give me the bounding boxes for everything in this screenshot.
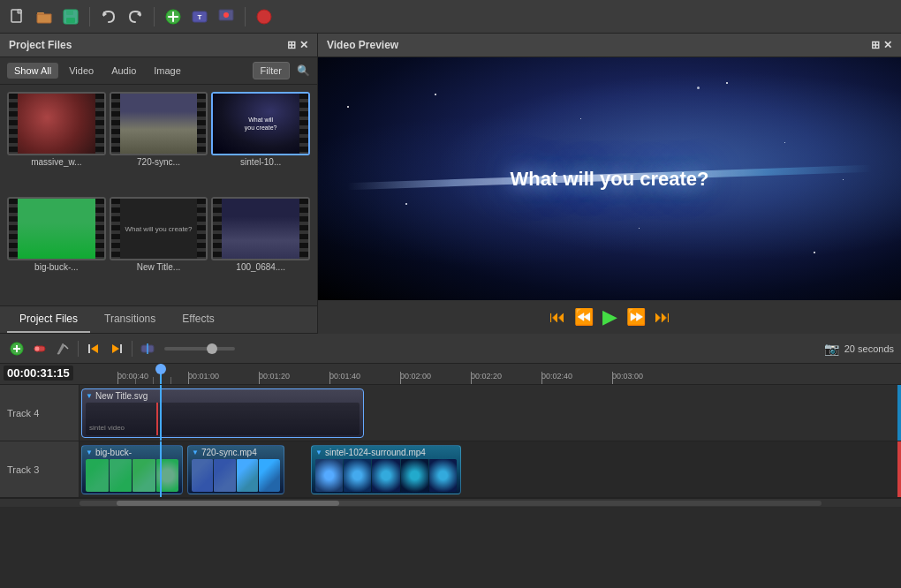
top-toolbar: T xyxy=(0,0,901,34)
tab-video[interactable]: Video xyxy=(62,63,101,79)
track-content[interactable]: ▼ New Title.svg sintel video xyxy=(80,385,901,441)
svg-marker-22 xyxy=(57,343,64,354)
ruler-tick xyxy=(153,377,154,384)
center-playhead-button[interactable] xyxy=(138,339,157,358)
clip-thumb-strip xyxy=(315,459,457,492)
scroll-thumb[interactable] xyxy=(117,501,339,506)
tab-project-files[interactable]: Project Files xyxy=(7,306,90,333)
preview-close-button[interactable]: ✕ xyxy=(883,39,892,51)
clip-preview xyxy=(86,459,178,492)
track-label: Track 4 xyxy=(0,385,80,441)
clip-thumb xyxy=(192,459,213,492)
list-item[interactable]: What willyou create? sintel-10... xyxy=(211,92,310,193)
preview-panel-controls: ⊞ ✕ xyxy=(871,39,892,51)
clip-thumb xyxy=(344,459,371,492)
redo-button[interactable] xyxy=(125,6,146,27)
time-display: 📷 20 seconds xyxy=(824,342,894,356)
timeline-toolbar: 📷 20 seconds xyxy=(0,334,901,364)
video-preview-area[interactable]: What will you create? xyxy=(318,57,901,300)
clip-label: sintel-1024-surround.mp4 xyxy=(325,448,426,457)
track-label: Track 3 xyxy=(0,441,80,497)
list-item[interactable]: 100_0684.... xyxy=(211,197,310,298)
video-preview-text: What will you create? xyxy=(511,168,709,191)
zoom-thumb[interactable] xyxy=(207,343,217,354)
add-clip-button[interactable] xyxy=(7,339,26,358)
list-item[interactable]: big-buck-... xyxy=(7,197,106,298)
tab-show-all[interactable]: Show All xyxy=(7,63,58,79)
play-button[interactable]: ▶ xyxy=(602,305,617,328)
undo-button[interactable] xyxy=(98,6,119,27)
clip[interactable]: ▼ big-buck- xyxy=(81,445,183,494)
open-button[interactable] xyxy=(34,6,55,27)
ruler-label: 00:02:00 xyxy=(400,372,431,381)
ruler-label: 00:01:20 xyxy=(259,372,290,381)
filter-icon[interactable]: 🔍 xyxy=(297,64,310,77)
title-button[interactable]: T xyxy=(189,6,210,27)
video-preview-panel: Video Preview ⊞ ✕ What will you create? xyxy=(318,34,901,334)
clip-label: New Title.svg xyxy=(95,391,148,401)
track-content[interactable]: ▼ big-buck- xyxy=(80,441,901,497)
svg-marker-25 xyxy=(91,344,98,353)
panel-maximize-button[interactable]: ⊞ xyxy=(287,39,296,51)
camera-icon: 📷 xyxy=(824,342,839,356)
clip-thumb xyxy=(214,459,235,492)
ruler-tick xyxy=(471,372,472,384)
ruler-tick xyxy=(541,372,542,384)
toolbar-separator-3 xyxy=(245,7,246,26)
export-button[interactable] xyxy=(216,6,237,27)
clip-indicator: ▼ xyxy=(86,449,93,456)
fast-forward-button[interactable]: ⏩ xyxy=(626,307,646,327)
playhead-head xyxy=(155,364,166,374)
save-button[interactable] xyxy=(60,6,81,27)
clip-preview xyxy=(192,459,280,492)
list-item[interactable]: 720-sync... xyxy=(110,92,208,193)
clip-thumb xyxy=(110,459,132,492)
clip-thumb xyxy=(86,459,109,492)
horizontal-scrollbar[interactable] xyxy=(0,498,901,507)
timeline-separator-1 xyxy=(78,341,79,357)
timeline-ruler: 00:00:31:15 00:00:40 00:01:00 00:01:20 0… xyxy=(0,364,901,385)
list-item[interactable]: What will you create? New Title... xyxy=(110,197,208,298)
clip[interactable]: ▼ New Title.svg sintel video xyxy=(81,388,364,438)
jump-end-button[interactable] xyxy=(107,339,126,358)
timecode-display: 00:00:31:15 xyxy=(4,366,73,381)
scroll-track[interactable] xyxy=(80,501,822,506)
ruler-label: 00:03:00 xyxy=(612,372,643,381)
project-files-title: Project Files xyxy=(9,39,72,51)
enable-snapping-button[interactable] xyxy=(30,339,49,358)
video-preview-title: Video Preview xyxy=(327,39,398,51)
zoom-slider[interactable] xyxy=(164,347,235,351)
thumb-label: New Title... xyxy=(110,260,208,274)
new-button[interactable] xyxy=(7,6,28,27)
svg-rect-6 xyxy=(66,18,75,23)
preview-maximize-button[interactable]: ⊞ xyxy=(871,39,880,51)
rewind-button[interactable]: ⏪ xyxy=(574,307,594,327)
add-track-button[interactable] xyxy=(163,6,184,27)
tab-effects[interactable]: Effects xyxy=(170,306,226,333)
clip-thumb xyxy=(372,459,399,492)
panel-controls: ⊞ ✕ xyxy=(287,39,308,51)
panel-close-button[interactable]: ✕ xyxy=(299,39,308,51)
project-files-header: Project Files ⊞ ✕ xyxy=(0,34,317,57)
clip[interactable]: ▼ 720-sync.mp4 xyxy=(187,445,284,494)
clip[interactable]: ▼ sintel-1024-surround.mp4 xyxy=(311,445,461,494)
record-button[interactable] xyxy=(254,6,275,27)
tab-audio[interactable]: Audio xyxy=(104,63,143,79)
razor-button[interactable] xyxy=(53,339,72,358)
ruler-label: 00:01:40 xyxy=(329,372,360,381)
jump-start-button[interactable] xyxy=(84,339,103,358)
skip-to-end-button[interactable]: ⏭ xyxy=(655,308,670,327)
ruler-tick xyxy=(329,372,330,384)
clip-thumb xyxy=(315,459,343,492)
project-files-panel: Project Files ⊞ ✕ Show All Video Audio I… xyxy=(0,34,318,334)
tab-image[interactable]: Image xyxy=(147,63,188,79)
skip-to-start-button[interactable]: ⏮ xyxy=(549,308,565,327)
timeline-separator-2 xyxy=(132,341,132,357)
zoom-track[interactable] xyxy=(164,347,235,351)
list-item[interactable]: massive_w... xyxy=(7,92,106,193)
tab-transitions[interactable]: Transitions xyxy=(92,306,168,333)
clip-preview: sintel video xyxy=(86,403,360,435)
playhead-track-line xyxy=(160,441,162,497)
filter-button[interactable]: Filter xyxy=(253,62,290,79)
clip-thumb xyxy=(237,459,258,492)
